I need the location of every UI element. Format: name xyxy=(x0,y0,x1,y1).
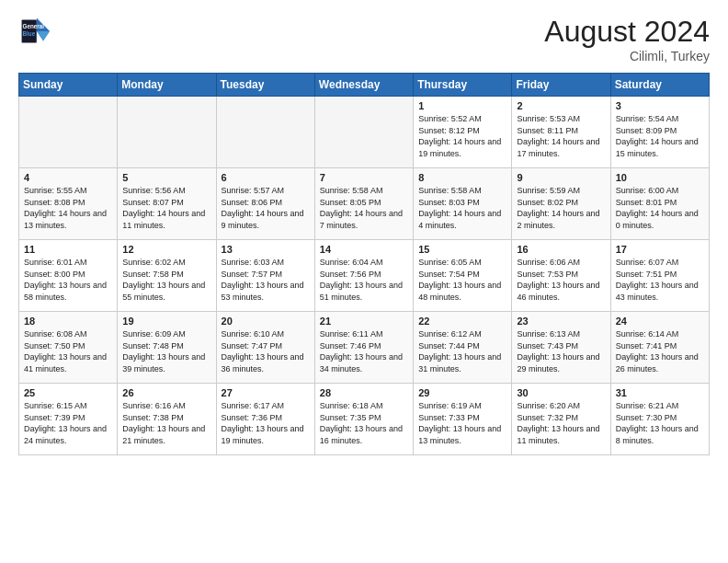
day-info: Sunrise: 6:20 AM Sunset: 7:32 PM Dayligh… xyxy=(517,400,605,446)
calendar-day-cell: 14Sunrise: 6:04 AM Sunset: 7:56 PM Dayli… xyxy=(314,240,413,312)
calendar-day-cell: 12Sunrise: 6:02 AM Sunset: 7:58 PM Dayli… xyxy=(118,240,216,312)
day-number: 29 xyxy=(418,387,506,398)
calendar-day-cell: 24Sunrise: 6:14 AM Sunset: 7:41 PM Dayli… xyxy=(610,312,709,384)
calendar-day-cell: 31Sunrise: 6:21 AM Sunset: 7:30 PM Dayli… xyxy=(610,384,709,455)
calendar-day-cell: 26Sunrise: 6:16 AM Sunset: 7:38 PM Dayli… xyxy=(118,384,216,455)
calendar-day-cell xyxy=(19,97,118,168)
calendar-day-header: Monday xyxy=(118,74,216,97)
day-number: 20 xyxy=(222,316,310,327)
calendar-day-cell: 15Sunrise: 6:05 AM Sunset: 7:54 PM Dayli… xyxy=(414,240,512,312)
day-info: Sunrise: 6:17 AM Sunset: 7:36 PM Dayligh… xyxy=(222,400,310,446)
day-number: 6 xyxy=(222,172,310,183)
day-number: 14 xyxy=(320,244,408,255)
day-info: Sunrise: 6:03 AM Sunset: 7:57 PM Dayligh… xyxy=(222,257,310,303)
day-info: Sunrise: 6:08 AM Sunset: 7:50 PM Dayligh… xyxy=(24,328,112,374)
day-info: Sunrise: 6:04 AM Sunset: 7:56 PM Dayligh… xyxy=(320,257,408,303)
svg-marker-1 xyxy=(37,31,50,41)
calendar-week-row: 25Sunrise: 6:15 AM Sunset: 7:39 PM Dayli… xyxy=(19,384,710,455)
month-title: August 2024 xyxy=(544,15,710,49)
day-number: 18 xyxy=(24,316,112,327)
day-info: Sunrise: 5:58 AM Sunset: 8:05 PM Dayligh… xyxy=(320,185,408,231)
day-info: Sunrise: 5:54 AM Sunset: 8:09 PM Dayligh… xyxy=(616,113,704,159)
day-number: 26 xyxy=(122,387,210,398)
day-info: Sunrise: 6:02 AM Sunset: 7:58 PM Dayligh… xyxy=(122,257,210,303)
day-info: Sunrise: 6:21 AM Sunset: 7:30 PM Dayligh… xyxy=(616,400,704,446)
day-number: 23 xyxy=(517,316,605,327)
calendar-week-row: 1Sunrise: 5:52 AM Sunset: 8:12 PM Daylig… xyxy=(19,97,710,168)
title-block: August 2024 Cilimli, Turkey xyxy=(544,15,710,63)
day-info: Sunrise: 6:05 AM Sunset: 7:54 PM Dayligh… xyxy=(418,257,506,303)
day-number: 22 xyxy=(418,316,506,327)
day-info: Sunrise: 6:16 AM Sunset: 7:38 PM Dayligh… xyxy=(122,400,210,446)
calendar-day-cell xyxy=(118,97,216,168)
day-number: 5 xyxy=(122,172,210,183)
day-info: Sunrise: 6:18 AM Sunset: 7:35 PM Dayligh… xyxy=(320,400,408,446)
day-number: 31 xyxy=(616,387,704,398)
calendar-week-row: 4Sunrise: 5:55 AM Sunset: 8:08 PM Daylig… xyxy=(19,168,710,240)
svg-text:Blue: Blue xyxy=(23,30,36,37)
day-number: 15 xyxy=(418,244,506,255)
day-info: Sunrise: 6:14 AM Sunset: 7:41 PM Dayligh… xyxy=(616,328,704,374)
calendar-day-cell: 23Sunrise: 6:13 AM Sunset: 7:43 PM Dayli… xyxy=(512,312,610,384)
calendar-day-cell: 16Sunrise: 6:06 AM Sunset: 7:53 PM Dayli… xyxy=(512,240,610,312)
day-number: 30 xyxy=(517,387,605,398)
calendar-day-cell: 7Sunrise: 5:58 AM Sunset: 8:05 PM Daylig… xyxy=(314,168,413,240)
calendar-week-row: 18Sunrise: 6:08 AM Sunset: 7:50 PM Dayli… xyxy=(19,312,710,384)
calendar-day-cell: 5Sunrise: 5:56 AM Sunset: 8:07 PM Daylig… xyxy=(118,168,216,240)
day-number: 7 xyxy=(320,172,408,183)
day-number: 12 xyxy=(122,244,210,255)
day-info: Sunrise: 6:10 AM Sunset: 7:47 PM Dayligh… xyxy=(222,328,310,374)
calendar-day-cell: 17Sunrise: 6:07 AM Sunset: 7:51 PM Dayli… xyxy=(610,240,709,312)
calendar-day-cell: 27Sunrise: 6:17 AM Sunset: 7:36 PM Dayli… xyxy=(216,384,314,455)
calendar-day-cell: 4Sunrise: 5:55 AM Sunset: 8:08 PM Daylig… xyxy=(19,168,118,240)
page: General Blue August 2024 Cilimli, Turkey… xyxy=(0,0,728,470)
calendar-day-cell: 21Sunrise: 6:11 AM Sunset: 7:46 PM Dayli… xyxy=(314,312,413,384)
calendar-day-cell: 1Sunrise: 5:52 AM Sunset: 8:12 PM Daylig… xyxy=(414,97,512,168)
calendar-day-cell xyxy=(314,97,413,168)
calendar-table: SundayMondayTuesdayWednesdayThursdayFrid… xyxy=(18,73,710,455)
day-info: Sunrise: 6:00 AM Sunset: 8:01 PM Dayligh… xyxy=(616,185,704,231)
day-number: 27 xyxy=(222,387,310,398)
calendar-day-cell: 20Sunrise: 6:10 AM Sunset: 7:47 PM Dayli… xyxy=(216,312,314,384)
calendar-day-cell: 11Sunrise: 6:01 AM Sunset: 8:00 PM Dayli… xyxy=(19,240,118,312)
calendar-day-cell: 18Sunrise: 6:08 AM Sunset: 7:50 PM Dayli… xyxy=(19,312,118,384)
location: Cilimli, Turkey xyxy=(544,49,710,63)
calendar-day-cell: 6Sunrise: 5:57 AM Sunset: 8:06 PM Daylig… xyxy=(216,168,314,240)
day-info: Sunrise: 6:06 AM Sunset: 7:53 PM Dayligh… xyxy=(517,257,605,303)
day-number: 9 xyxy=(517,172,605,183)
calendar-day-cell: 19Sunrise: 6:09 AM Sunset: 7:48 PM Dayli… xyxy=(118,312,216,384)
day-info: Sunrise: 6:15 AM Sunset: 7:39 PM Dayligh… xyxy=(24,400,112,446)
day-number: 24 xyxy=(616,316,704,327)
calendar-day-cell: 2Sunrise: 5:53 AM Sunset: 8:11 PM Daylig… xyxy=(512,97,610,168)
day-info: Sunrise: 6:12 AM Sunset: 7:44 PM Dayligh… xyxy=(418,328,506,374)
calendar-day-header: Sunday xyxy=(19,74,118,97)
day-info: Sunrise: 5:52 AM Sunset: 8:12 PM Dayligh… xyxy=(418,113,506,159)
day-info: Sunrise: 6:19 AM Sunset: 7:33 PM Dayligh… xyxy=(418,400,506,446)
calendar-day-header: Wednesday xyxy=(314,74,413,97)
day-number: 17 xyxy=(616,244,704,255)
day-info: Sunrise: 6:01 AM Sunset: 8:00 PM Dayligh… xyxy=(24,257,112,303)
calendar-day-header: Tuesday xyxy=(216,74,314,97)
day-number: 21 xyxy=(320,316,408,327)
day-info: Sunrise: 5:53 AM Sunset: 8:11 PM Dayligh… xyxy=(517,113,605,159)
logo-icon: General Blue xyxy=(18,15,51,48)
day-number: 2 xyxy=(517,100,605,111)
header: General Blue August 2024 Cilimli, Turkey xyxy=(18,15,710,63)
calendar-day-cell: 9Sunrise: 5:59 AM Sunset: 8:02 PM Daylig… xyxy=(512,168,610,240)
calendar-day-cell: 25Sunrise: 6:15 AM Sunset: 7:39 PM Dayli… xyxy=(19,384,118,455)
day-number: 3 xyxy=(616,100,704,111)
calendar-day-header: Thursday xyxy=(414,74,512,97)
day-info: Sunrise: 5:57 AM Sunset: 8:06 PM Dayligh… xyxy=(222,185,310,231)
calendar-day-cell: 3Sunrise: 5:54 AM Sunset: 8:09 PM Daylig… xyxy=(610,97,709,168)
day-info: Sunrise: 6:09 AM Sunset: 7:48 PM Dayligh… xyxy=(122,328,210,374)
calendar-day-header: Saturday xyxy=(610,74,709,97)
day-info: Sunrise: 5:58 AM Sunset: 8:03 PM Dayligh… xyxy=(418,185,506,231)
day-number: 4 xyxy=(24,172,112,183)
day-number: 25 xyxy=(24,387,112,398)
day-number: 10 xyxy=(616,172,704,183)
svg-text:General: General xyxy=(23,23,45,29)
calendar-day-cell: 13Sunrise: 6:03 AM Sunset: 7:57 PM Dayli… xyxy=(216,240,314,312)
day-info: Sunrise: 5:59 AM Sunset: 8:02 PM Dayligh… xyxy=(517,185,605,231)
calendar-day-cell: 29Sunrise: 6:19 AM Sunset: 7:33 PM Dayli… xyxy=(414,384,512,455)
day-number: 19 xyxy=(122,316,210,327)
